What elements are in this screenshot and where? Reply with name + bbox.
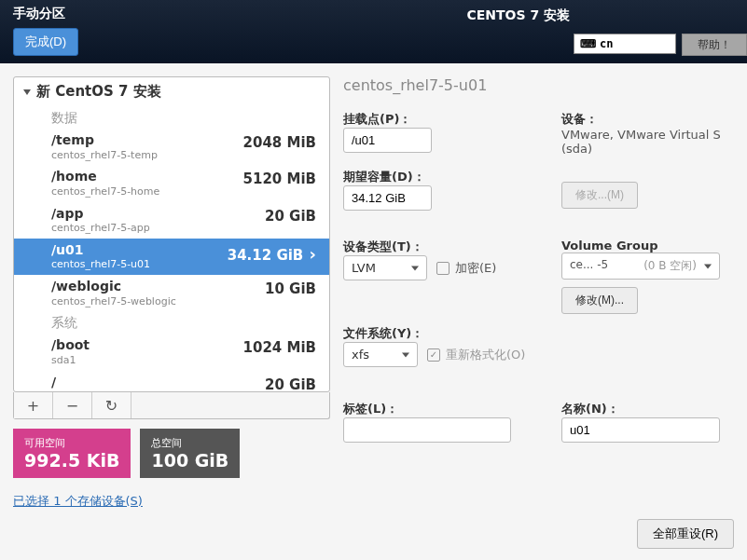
- partition-item-temp[interactable]: /tempcentos_rhel7-5-temp 2048 MiB: [14, 129, 329, 165]
- total-space-value: 100 GiB: [151, 450, 228, 471]
- filesystem-value: xfs: [352, 348, 369, 362]
- desired-capacity-input[interactable]: [343, 185, 432, 211]
- device-text: VMware, VMware Virtual S (sda): [561, 128, 734, 156]
- partition-list: 新 CentOS 7 安装 数据 /tempcentos_rhel7-5-tem…: [13, 76, 330, 392]
- done-button[interactable]: 完成(D): [13, 28, 78, 56]
- mount-label: /u01: [51, 242, 150, 259]
- partition-toolbar: + − ↻: [13, 392, 330, 419]
- device-label: centos_rhel7-5-u01: [51, 258, 150, 271]
- keyboard-icon: ⌨: [580, 37, 596, 50]
- encrypt-label: 加密(E): [455, 260, 496, 277]
- keyboard-layout: cn: [600, 37, 613, 50]
- mount-point-input[interactable]: [343, 128, 432, 153]
- device-label: centos_rhel7-5-home: [51, 185, 159, 198]
- mount-label: /weblogic: [51, 279, 176, 295]
- filesystem-label: 文件系统(Y)：: [343, 325, 539, 342]
- section-system: 系统: [14, 311, 329, 334]
- reload-icon: ↻: [105, 397, 118, 415]
- partition-item-u01[interactable]: /u01centos_rhel7-5-u01 34.12 GiB: [14, 239, 329, 275]
- total-space-label: 总空间: [151, 436, 228, 450]
- size-label: 1024 MiB: [243, 337, 316, 356]
- size-label: 2048 MiB: [243, 132, 316, 151]
- volume-group-label: Volume Group: [561, 239, 734, 253]
- modify-vg-button[interactable]: 修改(M)...: [561, 287, 638, 314]
- partition-item-root[interactable]: /centos_rhel7-5-root 20 GiB: [14, 371, 329, 393]
- available-space-card: 可用空间 992.5 KiB: [13, 429, 131, 478]
- partition-item-boot[interactable]: /bootsda1 1024 MiB: [14, 334, 329, 370]
- device-label: centos_rhel7-5-temp: [51, 149, 158, 162]
- partition-item-app[interactable]: /appcentos_rhel7-5-app 20 GiB: [14, 202, 329, 239]
- reformat-checkbox[interactable]: ✓: [427, 348, 440, 362]
- mount-point-label: 挂载点(P)：: [343, 111, 539, 128]
- reload-button[interactable]: ↻: [92, 392, 131, 418]
- size-label: 20 GiB: [265, 206, 316, 225]
- reformat-label: 重新格式化(O): [446, 347, 525, 363]
- install-header[interactable]: 新 CentOS 7 安装: [14, 77, 329, 106]
- section-data: 数据: [14, 106, 329, 129]
- mount-label: /boot: [51, 337, 90, 354]
- help-button[interactable]: 帮助！: [682, 34, 747, 56]
- vg-name: ce... -5: [570, 258, 608, 274]
- name-label: 名称(N)：: [561, 401, 734, 417]
- filesystem-select[interactable]: xfs: [343, 342, 418, 367]
- label-input[interactable]: [343, 417, 511, 443]
- remove-partition-button[interactable]: −: [53, 392, 92, 418]
- device-type-value: LVM: [352, 261, 376, 275]
- keyboard-indicator[interactable]: ⌨cn: [574, 34, 676, 54]
- modify-device-button[interactable]: 修改...(M): [561, 182, 638, 209]
- available-space-label: 可用空间: [24, 436, 119, 450]
- detail-title: centos_rhel7-5-u01: [343, 76, 734, 94]
- chevron-down-icon: [23, 89, 31, 95]
- minus-icon: −: [66, 397, 78, 415]
- mount-label: /: [51, 375, 151, 391]
- device-type-select[interactable]: LVM: [343, 255, 427, 280]
- device-label: centos_rhel7-5-app: [51, 222, 150, 235]
- size-label: 34.12 GiB: [228, 242, 316, 264]
- label-label: 标签(L)：: [343, 401, 539, 417]
- mount-label: /home: [51, 169, 159, 185]
- device-label: sda1: [51, 354, 90, 367]
- desired-capacity-label: 期望容量(D)：: [343, 169, 539, 185]
- volume-group-select[interactable]: ce... -5 (0 B 空闲): [561, 253, 720, 280]
- plus-icon: +: [27, 397, 39, 415]
- mount-label: /temp: [51, 132, 158, 149]
- partition-item-weblogic[interactable]: /weblogiccentos_rhel7-5-weblogic 10 GiB: [14, 275, 329, 311]
- vg-free: (0 B 空闲): [643, 258, 697, 274]
- mount-label: /app: [51, 206, 150, 223]
- available-space-value: 992.5 KiB: [24, 450, 119, 471]
- total-space-card: 总空间 100 GiB: [140, 429, 240, 478]
- size-label: 10 GiB: [265, 279, 316, 297]
- size-label: 20 GiB: [265, 375, 316, 393]
- reset-all-button[interactable]: 全部重设(R): [637, 519, 734, 549]
- partition-item-home[interactable]: /homecentos_rhel7-5-home 5120 MiB: [14, 165, 329, 201]
- device-header-label: 设备：: [561, 111, 734, 128]
- device-type-label: 设备类型(T)：: [343, 239, 539, 255]
- encrypt-checkbox[interactable]: [436, 262, 450, 275]
- size-label: 5120 MiB: [243, 169, 316, 187]
- install-title: 新 CentOS 7 安装: [36, 83, 161, 101]
- page-title: 手动分区: [13, 6, 734, 22]
- add-partition-button[interactable]: +: [14, 392, 53, 418]
- name-input[interactable]: [561, 417, 720, 443]
- storage-devices-link[interactable]: 已选择 1 个存储设备(S): [13, 493, 330, 510]
- installer-title: CENTOS 7 安装: [466, 7, 570, 24]
- device-label: centos_rhel7-5-weblogic: [51, 295, 176, 308]
